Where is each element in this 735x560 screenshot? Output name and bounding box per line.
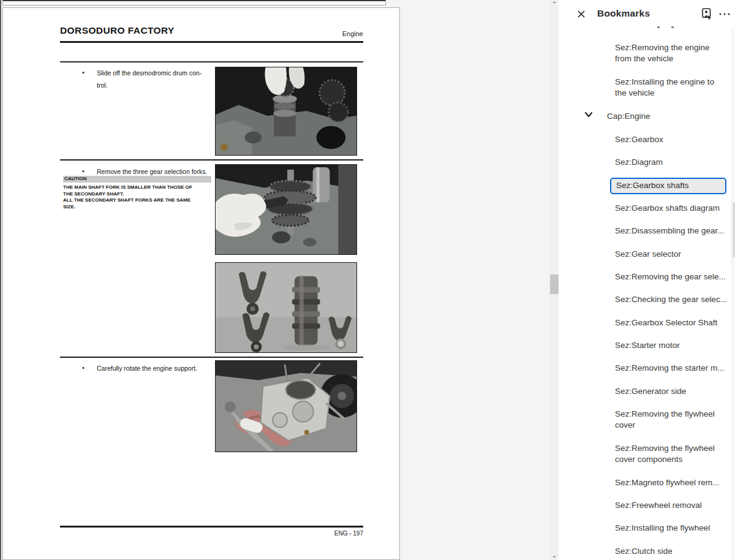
bookmark-item[interactable]: Sez:Checking the gear selec... <box>615 294 727 305</box>
bookmark-item[interactable]: Sez:Installing the engine to the vehicle <box>615 77 720 98</box>
caution-line-2: THE SECONDARY SHAFT. <box>63 191 217 198</box>
bookmark-item[interactable]: Sez:Generator side <box>615 386 686 397</box>
add-bookmark-icon[interactable] <box>701 8 712 20</box>
bookmarks-scrollbar-thumb[interactable] <box>733 202 735 257</box>
previous-page-edge <box>2 0 386 6</box>
step-1-text: Slide off the desmodromic drum con- trol… <box>97 67 202 91</box>
bullet: • <box>82 167 85 175</box>
desmodromic-drum-control-photo <box>215 67 357 156</box>
forks-and-desmodromic-drum-photo <box>215 262 357 353</box>
section-rule-2 <box>60 159 363 161</box>
bookmark-item[interactable]: Sez:Disassembling the gear... <box>615 225 725 236</box>
caution-text: THE MAIN SHAFT FORK IS SMALLER THAN THOS… <box>63 184 217 210</box>
section-rule-3 <box>60 357 363 358</box>
step-1-line-1: Slide off the desmodromic drum con- <box>97 67 202 79</box>
bullet: • <box>82 364 85 371</box>
manual-page: DORSODURO FACTORY Engine • Slide off the… <box>2 7 400 560</box>
bookmark-item[interactable]: Sez:Gearbox shafts diagram <box>615 203 720 214</box>
bookmark-item[interactable]: Sez:Removing the starter m... <box>615 363 725 374</box>
bookmark-item[interactable]: Sez:Diagram <box>615 157 663 168</box>
bookmark-item[interactable]: Sez:Installing the flywheel <box>615 523 710 534</box>
step-1-line-2: trol. <box>97 79 202 91</box>
caution-label: CAUTION <box>64 176 86 181</box>
caution-line-3: ALL THE SECONDARY SHAFT FORKS ARE THE SA… <box>63 197 217 204</box>
bookmark-item[interactable]: Sez:Starter motor <box>615 340 680 351</box>
bullet: • <box>82 69 85 76</box>
bookmark-item[interactable]: Sez:Gear selector <box>615 249 681 260</box>
bookmark-item[interactable]: Sez:Removing the engine from the vehicle <box>615 42 720 64</box>
engine-on-support-photo <box>215 360 357 452</box>
bookmark-item-cap-engine[interactable]: Cap:Engine <box>607 111 650 122</box>
bookmarks-scrollbar[interactable] <box>731 28 735 560</box>
step-3-line-1: Carefully rotate the engine support. <box>97 362 197 374</box>
bookmark-item-selected[interactable]: Sez:Gearbox shafts <box>610 178 726 194</box>
document-scrollbar-thumb[interactable] <box>550 274 559 294</box>
caution-line-4: SIZE. <box>63 204 217 211</box>
document-scrollbar[interactable]: ⌃ ⌄ <box>549 0 559 560</box>
bookmarks-panel: Bookmarks Sez:Removing the engine from t… <box>559 0 735 560</box>
pdf-viewer-window: DORSODURO FACTORY Engine • Slide off the… <box>0 0 735 560</box>
close-icon[interactable] <box>576 9 586 19</box>
bookmark-item[interactable]: Sez:Clutch side <box>615 546 673 557</box>
header-rule <box>60 41 363 43</box>
scroll-up-icon[interactable]: ⌃ <box>549 0 559 9</box>
bookmark-item[interactable]: Sez:Freewheel removal <box>615 500 702 511</box>
bookmark-item[interactable]: Sez:Magneto flywheel rem... <box>615 477 719 488</box>
caution-line-1: THE MAIN SHAFT FORK IS SMALLER THAN THOS… <box>63 184 217 191</box>
page-section-label: Engine <box>60 30 363 37</box>
footer-rule <box>60 526 363 528</box>
step-3-text: Carefully rotate the engine support. <box>97 362 197 374</box>
bookmark-item[interactable]: Sez:Gearbox <box>615 134 663 145</box>
page-number: ENG - 197 <box>60 530 363 537</box>
scroll-down-icon[interactable]: ⌄ <box>549 551 559 560</box>
more-options-icon[interactable] <box>718 10 731 18</box>
section-rule-1 <box>60 61 363 62</box>
document-viewport: DORSODURO FACTORY Engine • Slide off the… <box>0 0 559 560</box>
bookmarks-title: Bookmarks <box>597 8 650 19</box>
bookmark-item[interactable]: Sez:Removing the gear sele... <box>615 271 726 282</box>
bookmark-item[interactable]: Sez:Removing the flywheel cover <box>615 409 720 430</box>
bookmark-item[interactable]: Sez:Removing the flywheel cover componen… <box>615 443 720 464</box>
bookmarks-header: Bookmarks <box>559 0 735 27</box>
gear-selection-fork-removal-photo <box>215 164 357 255</box>
bookmark-item[interactable]: Sez:Gearbox Selector Shaft <box>615 317 717 328</box>
chevron-down-icon[interactable] <box>584 112 593 118</box>
